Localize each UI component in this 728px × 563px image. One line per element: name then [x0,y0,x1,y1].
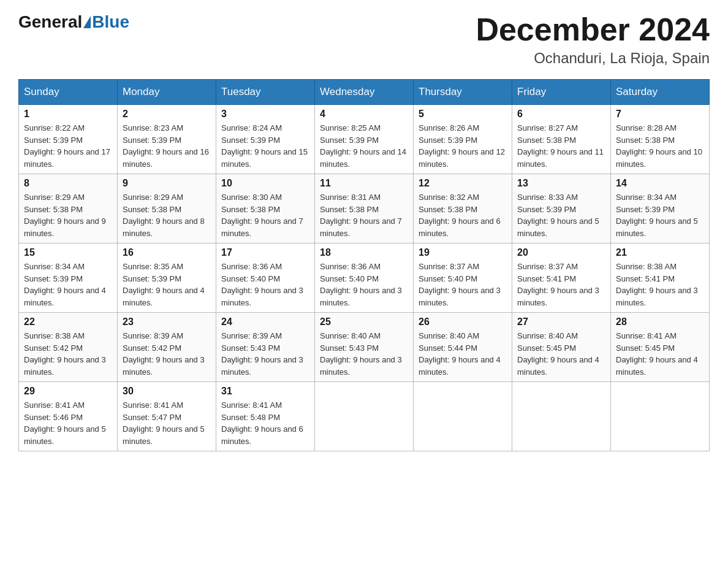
day-info: Sunrise: 8:29 AMSunset: 5:38 PMDaylight:… [24,193,106,238]
calendar-cell: 18Sunrise: 8:36 AMSunset: 5:40 PMDayligh… [315,243,414,313]
week-row-5: 29Sunrise: 8:41 AMSunset: 5:46 PMDayligh… [19,382,710,451]
weekday-header-saturday: Saturday [611,80,710,105]
weekday-header-thursday: Thursday [414,80,512,105]
day-number: 29 [24,386,112,397]
calendar-cell: 25Sunrise: 8:40 AMSunset: 5:43 PMDayligh… [315,313,414,382]
month-title: December 2024 [476,12,710,47]
day-info: Sunrise: 8:38 AMSunset: 5:41 PMDaylight:… [616,262,698,307]
day-number: 18 [320,247,408,258]
calendar-cell: 16Sunrise: 8:35 AMSunset: 5:39 PMDayligh… [118,243,216,313]
day-info: Sunrise: 8:41 AMSunset: 5:45 PMDaylight:… [616,331,698,377]
day-info: Sunrise: 8:27 AMSunset: 5:38 PMDaylight:… [517,123,604,169]
calendar-cell: 2Sunrise: 8:23 AMSunset: 5:39 PMDaylight… [118,105,216,174]
day-info: Sunrise: 8:39 AMSunset: 5:43 PMDaylight:… [221,331,303,377]
location-title: Ochanduri, La Rioja, Spain [476,50,710,67]
day-info: Sunrise: 8:37 AMSunset: 5:41 PMDaylight:… [517,262,599,307]
day-info: Sunrise: 8:34 AMSunset: 5:39 PMDaylight:… [24,262,106,307]
calendar-cell: 24Sunrise: 8:39 AMSunset: 5:43 PMDayligh… [216,313,315,382]
calendar-cell: 19Sunrise: 8:37 AMSunset: 5:40 PMDayligh… [414,243,512,313]
day-number: 12 [419,178,507,189]
calendar-cell: 1Sunrise: 8:22 AMSunset: 5:39 PMDaylight… [19,105,118,174]
day-info: Sunrise: 8:26 AMSunset: 5:39 PMDaylight:… [419,123,505,169]
day-info: Sunrise: 8:24 AMSunset: 5:39 PMDaylight:… [221,123,308,169]
day-info: Sunrise: 8:28 AMSunset: 5:38 PMDaylight:… [616,123,702,169]
day-info: Sunrise: 8:33 AMSunset: 5:39 PMDaylight:… [517,193,599,238]
day-info: Sunrise: 8:41 AMSunset: 5:46 PMDaylight:… [24,400,106,446]
calendar-cell: 29Sunrise: 8:41 AMSunset: 5:46 PMDayligh… [19,382,118,451]
weekday-header-monday: Monday [118,80,216,105]
day-number: 14 [616,178,704,189]
day-number: 7 [616,109,704,120]
day-info: Sunrise: 8:41 AMSunset: 5:48 PMDaylight:… [221,400,303,446]
day-number: 6 [517,109,605,120]
day-number: 27 [517,316,605,327]
day-number: 15 [24,247,112,258]
day-number: 24 [221,316,309,327]
day-number: 4 [320,109,408,120]
page-header: General Blue December 2024 Ochanduri, La… [18,12,710,67]
calendar-cell [315,382,414,451]
weekday-header-row: SundayMondayTuesdayWednesdayThursdayFrid… [19,80,710,105]
logo-general-text: General [18,12,82,32]
calendar-cell: 20Sunrise: 8:37 AMSunset: 5:41 PMDayligh… [512,243,611,313]
week-row-4: 22Sunrise: 8:38 AMSunset: 5:42 PMDayligh… [19,313,710,382]
calendar-cell: 14Sunrise: 8:34 AMSunset: 5:39 PMDayligh… [611,174,710,243]
day-info: Sunrise: 8:40 AMSunset: 5:44 PMDaylight:… [419,331,501,377]
logo-blue-text: Blue [92,12,129,32]
week-row-2: 8Sunrise: 8:29 AMSunset: 5:38 PMDaylight… [19,174,710,243]
day-info: Sunrise: 8:29 AMSunset: 5:38 PMDaylight:… [123,193,205,238]
day-number: 28 [616,316,704,327]
calendar-cell: 9Sunrise: 8:29 AMSunset: 5:38 PMDaylight… [118,174,216,243]
logo: General Blue [18,12,129,32]
day-number: 10 [221,178,309,189]
week-row-1: 1Sunrise: 8:22 AMSunset: 5:39 PMDaylight… [19,105,710,174]
logo-blue-part: Blue [82,12,129,32]
day-number: 25 [320,316,408,327]
weekday-header-friday: Friday [512,80,611,105]
day-info: Sunrise: 8:39 AMSunset: 5:42 PMDaylight:… [123,331,205,377]
calendar-cell: 12Sunrise: 8:32 AMSunset: 5:38 PMDayligh… [414,174,512,243]
day-info: Sunrise: 8:40 AMSunset: 5:45 PMDaylight:… [517,331,599,377]
day-info: Sunrise: 8:23 AMSunset: 5:39 PMDaylight:… [123,123,209,169]
title-area: December 2024 Ochanduri, La Rioja, Spain [476,12,710,67]
day-info: Sunrise: 8:40 AMSunset: 5:43 PMDaylight:… [320,331,402,377]
calendar-cell: 27Sunrise: 8:40 AMSunset: 5:45 PMDayligh… [512,313,611,382]
calendar-cell: 22Sunrise: 8:38 AMSunset: 5:42 PMDayligh… [19,313,118,382]
day-info: Sunrise: 8:35 AMSunset: 5:39 PMDaylight:… [123,262,205,307]
day-number: 26 [419,316,507,327]
weekday-header-wednesday: Wednesday [315,80,414,105]
day-info: Sunrise: 8:32 AMSunset: 5:38 PMDaylight:… [419,193,501,238]
calendar-cell: 7Sunrise: 8:28 AMSunset: 5:38 PMDaylight… [611,105,710,174]
calendar-cell [611,382,710,451]
day-number: 16 [123,247,211,258]
day-number: 1 [24,109,112,120]
calendar-table: SundayMondayTuesdayWednesdayThursdayFrid… [18,79,710,451]
day-number: 21 [616,247,704,258]
calendar-cell [512,382,611,451]
calendar-cell: 30Sunrise: 8:41 AMSunset: 5:47 PMDayligh… [118,382,216,451]
calendar-cell: 3Sunrise: 8:24 AMSunset: 5:39 PMDaylight… [216,105,315,174]
calendar-cell: 8Sunrise: 8:29 AMSunset: 5:38 PMDaylight… [19,174,118,243]
day-info: Sunrise: 8:41 AMSunset: 5:47 PMDaylight:… [123,400,205,446]
day-number: 8 [24,178,112,189]
day-number: 19 [419,247,507,258]
day-info: Sunrise: 8:36 AMSunset: 5:40 PMDaylight:… [320,262,402,307]
calendar-cell: 17Sunrise: 8:36 AMSunset: 5:40 PMDayligh… [216,243,315,313]
calendar-cell: 10Sunrise: 8:30 AMSunset: 5:38 PMDayligh… [216,174,315,243]
calendar-cell [414,382,512,451]
day-number: 9 [123,178,211,189]
calendar-cell: 23Sunrise: 8:39 AMSunset: 5:42 PMDayligh… [118,313,216,382]
day-info: Sunrise: 8:22 AMSunset: 5:39 PMDaylight:… [24,123,110,169]
calendar-cell: 4Sunrise: 8:25 AMSunset: 5:39 PMDaylight… [315,105,414,174]
day-number: 11 [320,178,408,189]
calendar-cell: 31Sunrise: 8:41 AMSunset: 5:48 PMDayligh… [216,382,315,451]
day-info: Sunrise: 8:31 AMSunset: 5:38 PMDaylight:… [320,193,402,238]
weekday-header-tuesday: Tuesday [216,80,315,105]
calendar-cell: 26Sunrise: 8:40 AMSunset: 5:44 PMDayligh… [414,313,512,382]
weekday-header-sunday: Sunday [19,80,118,105]
logo-triangle-icon [83,16,91,28]
calendar-cell: 21Sunrise: 8:38 AMSunset: 5:41 PMDayligh… [611,243,710,313]
calendar-cell: 5Sunrise: 8:26 AMSunset: 5:39 PMDaylight… [414,105,512,174]
day-info: Sunrise: 8:30 AMSunset: 5:38 PMDaylight:… [221,193,303,238]
day-number: 13 [517,178,605,189]
